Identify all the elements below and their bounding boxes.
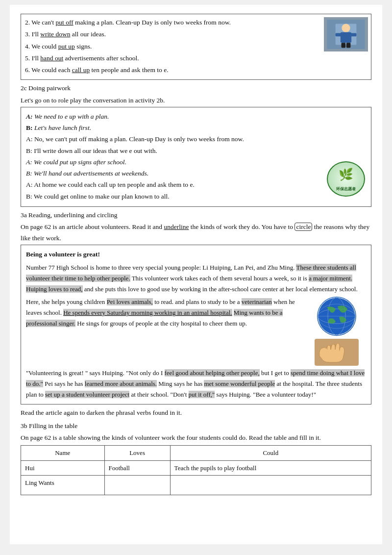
section-3a-instruction: On page 62 is an article about volunteer… [21,222,371,244]
table-row: Ling Wants [21,475,371,495]
dialogue-line-a4: A: At home we could each call up ten peo… [26,179,366,190]
table-cell-loves-ling [104,475,170,495]
article-para1: Number 77 High School is home to three v… [26,262,366,295]
volunteer-table: Name Loves Could Hui Football Teach the … [21,445,371,495]
dialogue-line-a3: A: We could put up signs after school. [26,157,366,168]
article-box: Being a volunteer is great! Number 77 Hi… [21,245,371,405]
line-5: 5. I'll hand out advertisements after sc… [25,53,367,64]
section-3a-label: 3a Reading, underlining and circling [21,210,371,221]
section-3b-instruction: On page 62 is a table showing the kinds … [21,432,371,443]
svg-rect-3 [341,32,351,43]
article-left-col: Here, she helps young children Pei loves… [26,297,303,366]
dialogue-line-a1: A: We need to e up with a plan. [26,111,366,122]
dialogue-box: A: We need to e up with a plan. B: Let's… [21,107,371,207]
table-cell-could-hui: Teach the pupils to play football [170,460,371,475]
section-3b-label: 3b Filling in the table [21,421,371,431]
article-para2: "Volunteering is great! " says Huiping. … [26,368,366,400]
table-header-could: Could [170,446,371,460]
svg-rect-5 [350,33,356,36]
table-cell-name-hui: Hui [21,460,105,475]
dialogue-line-a2: A: No, we can't put off making a plan. C… [26,134,366,145]
dialogue-line-b3: B: We'll hand out advertisements at week… [26,168,366,179]
hands-image [315,339,359,366]
numbered-list-box: 2. We can't put off making a plan. Clean… [21,14,371,80]
section-2c-label: 2c Doing pairwork [21,83,371,94]
article-title: Being a volunteer is great! [26,249,366,260]
article-center-images [307,297,366,366]
svg-point-2 [342,24,350,32]
article-two-col: Here, she helps young children Pei loves… [26,297,366,366]
table-header-loves: Loves [104,446,170,460]
table-header-name: Name [21,446,105,460]
table-cell-name-ling: Ling Wants [21,475,105,495]
svg-rect-6 [342,43,346,48]
table-header-row: Name Loves Could [21,446,371,460]
dialogue-line-b4: B: We could get online to make our plan … [26,191,366,202]
line-3: 3. I'll write down all our ideas. [25,29,367,40]
logo-image: 环保志愿者 [327,161,366,198]
dialogue-line-b2: B: I'll write down all our ideas that we… [26,146,366,156]
line-6: 6. We could each call up ten people and … [25,65,367,76]
dialogue-line-b1: B: Let's have lunch first. [26,123,366,133]
table-cell-could-ling [170,475,371,495]
section-2c-instruction: Let's go on to role play the conversatio… [21,95,371,106]
svg-rect-4 [336,33,342,36]
line-2: 2. We can't put off making a plan. Clean… [25,17,367,28]
read-again-instruction: Read the article again to darken the phr… [21,407,371,418]
page: 2. We can't put off making a plan. Clean… [10,5,382,544]
table-cell-loves-hui: Football [104,460,170,475]
svg-rect-7 [346,43,351,48]
globe-image [317,297,356,336]
table-row: Hui Football Teach the pupils to play fo… [21,460,371,475]
worker-image [324,17,368,51]
line-4: 4. We could put up signs. [25,41,367,52]
